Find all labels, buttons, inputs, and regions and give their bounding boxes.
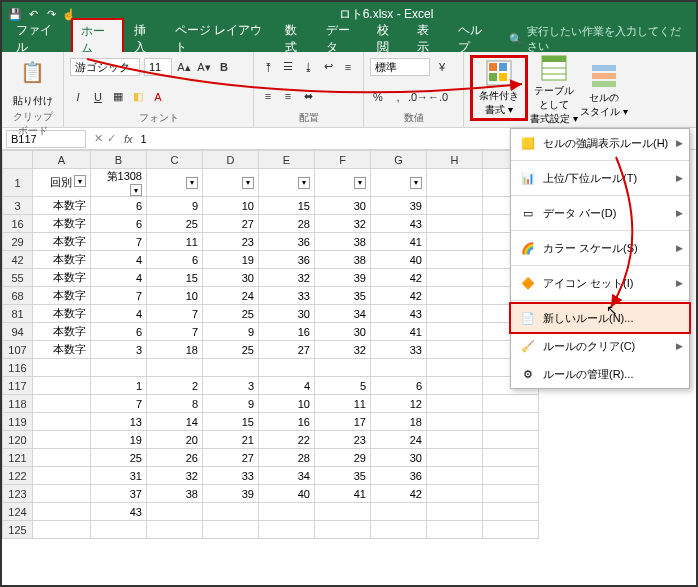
align-left-icon[interactable]: ≡ bbox=[340, 59, 356, 75]
tell-me[interactable]: 🔍 実行したい作業を入力してください bbox=[509, 24, 690, 54]
cell[interactable]: 32 bbox=[147, 467, 203, 485]
cell[interactable]: 38 bbox=[315, 251, 371, 269]
cell[interactable] bbox=[33, 359, 91, 377]
cell[interactable]: 21 bbox=[203, 431, 259, 449]
cell[interactable] bbox=[427, 287, 483, 305]
comma-icon[interactable]: , bbox=[390, 89, 406, 105]
cell[interactable]: 6 bbox=[91, 215, 147, 233]
cell[interactable] bbox=[33, 395, 91, 413]
conditional-formatting-button[interactable]: 条件付き 書式 ▾ bbox=[475, 60, 523, 116]
cell[interactable]: 12 bbox=[371, 395, 427, 413]
row-header[interactable]: 125 bbox=[3, 521, 33, 539]
cell[interactable]: 43 bbox=[91, 503, 147, 521]
cell[interactable] bbox=[483, 413, 539, 431]
decrease-font-icon[interactable]: A▾ bbox=[196, 59, 212, 75]
cell[interactable] bbox=[427, 359, 483, 377]
cell[interactable]: 27 bbox=[259, 341, 315, 359]
cell[interactable] bbox=[33, 413, 91, 431]
cell[interactable]: 回別▾ bbox=[33, 169, 91, 197]
cell[interactable] bbox=[33, 377, 91, 395]
cell[interactable] bbox=[427, 269, 483, 287]
col-header-G[interactable]: G bbox=[371, 151, 427, 169]
cell[interactable]: 7 bbox=[147, 305, 203, 323]
cell[interactable]: 7 bbox=[91, 287, 147, 305]
border-icon[interactable]: ▦ bbox=[110, 89, 126, 105]
cell[interactable]: 36 bbox=[371, 467, 427, 485]
cell[interactable] bbox=[203, 521, 259, 539]
row-header[interactable]: 116 bbox=[3, 359, 33, 377]
cell[interactable]: 10 bbox=[203, 197, 259, 215]
cell[interactable]: 36 bbox=[259, 233, 315, 251]
cell[interactable]: 7 bbox=[91, 233, 147, 251]
cell[interactable]: 19 bbox=[91, 431, 147, 449]
cell[interactable]: ▾ bbox=[259, 169, 315, 197]
cell[interactable] bbox=[427, 197, 483, 215]
cell[interactable] bbox=[147, 503, 203, 521]
align-middle-icon[interactable]: ☰ bbox=[280, 59, 296, 75]
cell[interactable]: 43 bbox=[371, 215, 427, 233]
cell[interactable] bbox=[259, 521, 315, 539]
cell[interactable] bbox=[427, 395, 483, 413]
align-right-icon[interactable]: ≡ bbox=[280, 88, 296, 104]
currency-icon[interactable]: ¥ bbox=[434, 59, 450, 75]
cell[interactable]: 10 bbox=[147, 287, 203, 305]
cell[interactable] bbox=[33, 485, 91, 503]
cell[interactable]: 42 bbox=[371, 287, 427, 305]
cell[interactable] bbox=[33, 503, 91, 521]
cell[interactable]: 7 bbox=[91, 395, 147, 413]
cell[interactable]: 42 bbox=[371, 269, 427, 287]
cell[interactable] bbox=[203, 359, 259, 377]
cell[interactable] bbox=[259, 503, 315, 521]
cell[interactable]: 41 bbox=[371, 233, 427, 251]
percent-icon[interactable]: % bbox=[370, 89, 386, 105]
cell[interactable]: 9 bbox=[203, 395, 259, 413]
col-header-B[interactable]: B bbox=[91, 151, 147, 169]
cell[interactable] bbox=[315, 521, 371, 539]
cell[interactable] bbox=[483, 485, 539, 503]
cell[interactable]: 9 bbox=[147, 197, 203, 215]
col-header-A[interactable]: A bbox=[33, 151, 91, 169]
cell[interactable]: 35 bbox=[315, 287, 371, 305]
menu-highlight-cells[interactable]: 🟨セルの強調表示ルール(H)▶ bbox=[511, 129, 689, 157]
cell[interactable]: 4 bbox=[91, 251, 147, 269]
cell[interactable]: 24 bbox=[203, 287, 259, 305]
menu-clear-rules[interactable]: 🧹ルールのクリア(C)▶ bbox=[511, 332, 689, 360]
cell[interactable]: 3 bbox=[203, 377, 259, 395]
cell[interactable]: 37 bbox=[91, 485, 147, 503]
cell[interactable]: 34 bbox=[315, 305, 371, 323]
cell[interactable]: 6 bbox=[91, 197, 147, 215]
cell[interactable]: 32 bbox=[315, 215, 371, 233]
font-name[interactable] bbox=[70, 58, 140, 76]
cell[interactable]: 17 bbox=[315, 413, 371, 431]
cell[interactable]: 10 bbox=[259, 395, 315, 413]
row-header[interactable]: 1 bbox=[3, 169, 33, 197]
cell[interactable]: 29 bbox=[315, 449, 371, 467]
col-header-D[interactable]: D bbox=[203, 151, 259, 169]
cell[interactable] bbox=[427, 215, 483, 233]
row-header[interactable]: 81 bbox=[3, 305, 33, 323]
row-header[interactable]: 121 bbox=[3, 449, 33, 467]
col-header-E[interactable]: E bbox=[259, 151, 315, 169]
cell[interactable]: 8 bbox=[147, 395, 203, 413]
filter-icon[interactable]: ▾ bbox=[130, 184, 142, 196]
row-header[interactable]: 3 bbox=[3, 197, 33, 215]
row-header[interactable]: 123 bbox=[3, 485, 33, 503]
row-header[interactable]: 68 bbox=[3, 287, 33, 305]
col-header-C[interactable]: C bbox=[147, 151, 203, 169]
cell[interactable] bbox=[33, 431, 91, 449]
cell[interactable]: 18 bbox=[147, 341, 203, 359]
cell[interactable]: 34 bbox=[259, 467, 315, 485]
cell[interactable]: 15 bbox=[147, 269, 203, 287]
row-header[interactable]: 94 bbox=[3, 323, 33, 341]
cell[interactable] bbox=[483, 467, 539, 485]
cell[interactable]: 本数字 bbox=[33, 215, 91, 233]
cell[interactable]: 11 bbox=[147, 233, 203, 251]
fx-icon[interactable]: fx bbox=[120, 133, 137, 145]
filter-icon[interactable]: ▾ bbox=[410, 177, 422, 189]
cell[interactable]: 31 bbox=[91, 467, 147, 485]
cell[interactable]: 7 bbox=[147, 323, 203, 341]
cell[interactable]: 1 bbox=[91, 377, 147, 395]
row-header[interactable]: 16 bbox=[3, 215, 33, 233]
cell[interactable] bbox=[203, 503, 259, 521]
menu-icon-set[interactable]: 🔶アイコン セット(I)▶ bbox=[511, 269, 689, 297]
